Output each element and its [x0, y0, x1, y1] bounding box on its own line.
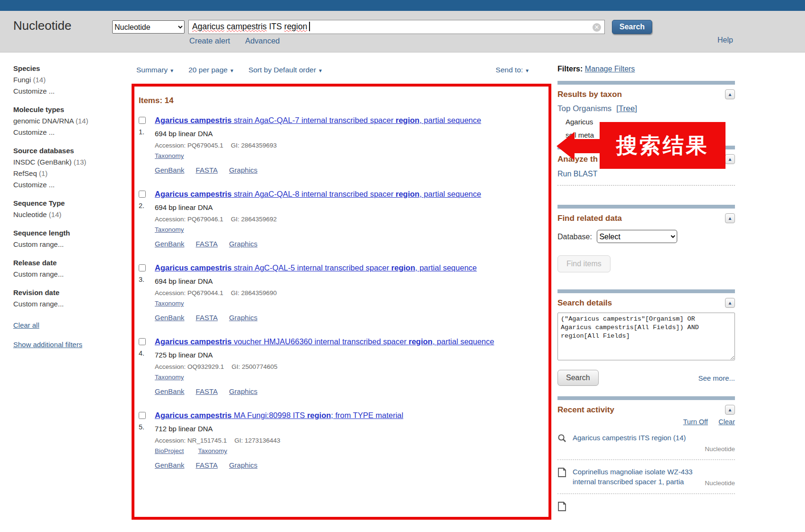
- show-additional-filters-link[interactable]: Show additional filters: [13, 340, 124, 349]
- collapse-section-button[interactable]: ▲: [725, 213, 735, 223]
- fasta-link[interactable]: FASTA: [196, 166, 218, 174]
- chevron-down-icon: ▼: [230, 68, 234, 73]
- dotted-divider: [557, 493, 735, 494]
- result-sequence-info: 694 bp linear DNA: [155, 130, 544, 138]
- send-to-menu[interactable]: Send to:▼: [495, 66, 530, 74]
- filter-link[interactable]: INSDC (GenBank) (13): [13, 157, 124, 168]
- accession: Accession: PQ679044.1: [155, 289, 223, 297]
- fasta-link[interactable]: FASTA: [196, 387, 218, 395]
- taxonomy-link[interactable]: Taxonomy: [155, 300, 184, 307]
- recent-activity-link[interactable]: [573, 501, 607, 522]
- search-details-header: Search details ▲: [557, 298, 735, 308]
- section-title: Find related data: [557, 214, 622, 223]
- result-related-links: Taxonomy: [155, 299, 544, 307]
- display-format-menu[interactable]: Summary▼: [136, 66, 174, 74]
- filter-customize-link[interactable]: Customize ...: [13, 179, 124, 191]
- genbank-link[interactable]: GenBank: [155, 240, 185, 248]
- graphics-link[interactable]: Graphics: [229, 314, 257, 322]
- tree-link[interactable]: [Tree]: [616, 104, 637, 113]
- result-title-link[interactable]: Agaricus campestris strain AgaC-QAL-7 in…: [155, 115, 481, 125]
- create-alert-link[interactable]: Create alert: [189, 36, 230, 45]
- advanced-link[interactable]: Advanced: [245, 36, 280, 45]
- manage-filters-link[interactable]: Manage Filters: [585, 65, 635, 73]
- filter-custom-range-link[interactable]: Custom range...: [13, 269, 124, 280]
- find-items-button[interactable]: Find items: [557, 255, 610, 272]
- find-related-data-header: Find related data ▲: [557, 213, 735, 223]
- graphics-link[interactable]: Graphics: [229, 240, 257, 248]
- search-term-word: Agaricus: [192, 22, 224, 31]
- result-checkbox[interactable]: [139, 264, 146, 271]
- result-checkbox[interactable]: [139, 412, 146, 419]
- ncbi-nucleotide-results-page: Nucleotide Nucleotide Agaricus campestri…: [0, 0, 805, 532]
- per-page-menu[interactable]: 20 per page▼: [188, 66, 234, 74]
- result-body: Agaricus campestris strain AgC-QAL-5 int…: [155, 262, 544, 322]
- bioproject-link[interactable]: BioProject: [155, 447, 184, 454]
- result-title-link[interactable]: Agaricus campestris MA Fungi:80998 ITS r…: [155, 410, 403, 420]
- help-link[interactable]: Help: [717, 36, 733, 44]
- filter-custom-range-link[interactable]: Custom range...: [13, 239, 124, 250]
- result-body: Agaricus campestris MA Fungi:80998 ITS r…: [155, 410, 544, 470]
- taxonomy-link[interactable]: Taxonomy: [155, 374, 184, 381]
- results-column: Summary▼ 20 per page▼ Sort by Default or…: [132, 64, 551, 520]
- filter-count: (14): [49, 210, 62, 218]
- turn-off-link[interactable]: Turn Off: [683, 418, 708, 426]
- graphics-link[interactable]: Graphics: [229, 387, 257, 395]
- chevron-down-icon: ▼: [525, 68, 530, 73]
- genbank-link[interactable]: GenBank: [155, 166, 185, 174]
- run-blast-link[interactable]: Run BLAST: [557, 170, 597, 178]
- graphics-link[interactable]: Graphics: [229, 461, 257, 469]
- filter-link[interactable]: genomic DNA/RNA (14): [13, 115, 124, 127]
- search-details-footer: Search See more...: [557, 370, 735, 386]
- genbank-link[interactable]: GenBank: [155, 314, 185, 322]
- result-checkbox[interactable]: [139, 191, 146, 198]
- result-title-link[interactable]: Agaricus campestris strain AgaC-QAL-8 in…: [155, 189, 481, 199]
- database-select[interactable]: Nucleotide: [112, 20, 185, 34]
- taxonomy-link[interactable]: Taxonomy: [155, 226, 184, 233]
- genbank-link[interactable]: GenBank: [155, 387, 185, 395]
- section-title: Recent activity: [557, 405, 614, 415]
- search-input[interactable]: Agaricus campestris ITS region ✕: [188, 20, 605, 34]
- collapse-section-button[interactable]: ▲: [725, 154, 735, 164]
- recent-activity-link[interactable]: Agaricus campestris ITS region (14): [573, 433, 720, 454]
- result-title-link[interactable]: Agaricus campestris strain AgC-QAL-5 int…: [155, 262, 477, 273]
- collapse-section-button[interactable]: ▲: [725, 89, 735, 99]
- accession: Accession: PQ679045.1: [155, 142, 223, 149]
- collapse-section-button[interactable]: ▲: [725, 405, 735, 415]
- filter-count: (14): [76, 117, 88, 125]
- fasta-link[interactable]: FASTA: [196, 461, 218, 469]
- fasta-link[interactable]: FASTA: [196, 314, 218, 322]
- see-more-link[interactable]: See more...: [698, 374, 735, 382]
- dotted-divider: [557, 185, 735, 186]
- result-checkbox[interactable]: [139, 338, 146, 345]
- clear-search-icon[interactable]: ✕: [593, 23, 601, 32]
- section-title: Results by taxon: [557, 90, 622, 99]
- clear-all-link[interactable]: Clear all: [13, 321, 124, 329]
- taxonomy-link[interactable]: Taxonomy: [155, 152, 184, 159]
- sort-menu[interactable]: Sort by Default order▼: [248, 66, 323, 74]
- result-title-link[interactable]: Agaricus campestris voucher HMJAU66360 i…: [155, 336, 494, 347]
- filter-link[interactable]: RefSeq (1): [13, 168, 124, 179]
- chevron-down-icon: ▼: [318, 68, 323, 73]
- page-title: Nucleotide: [13, 18, 71, 33]
- related-database-select[interactable]: Select: [597, 230, 677, 243]
- graphics-link[interactable]: Graphics: [229, 166, 257, 174]
- collapse-section-button[interactable]: ▲: [725, 298, 735, 308]
- genbank-link[interactable]: GenBank: [155, 461, 185, 469]
- search-details-textarea[interactable]: ("Agaricus campestris"[Organism] OR Agar…: [557, 313, 735, 360]
- fasta-link[interactable]: FASTA: [196, 240, 218, 248]
- filter-customize-link[interactable]: Customize ...: [13, 86, 124, 97]
- filter-link[interactable]: Fungi (14): [13, 74, 124, 86]
- filter-custom-range-link[interactable]: Custom range...: [13, 298, 124, 310]
- gi-number: GI: 2864359690: [231, 289, 277, 297]
- result-format-links: GenBankFASTAGraphics: [155, 166, 544, 174]
- search-button[interactable]: Search: [612, 20, 652, 34]
- gi-number: GI: 1273136443: [234, 437, 280, 444]
- filter-group-species: Species Fungi (14) Customize ...: [13, 63, 124, 97]
- search-details-search-button[interactable]: Search: [557, 370, 599, 386]
- result-checkbox[interactable]: [139, 117, 146, 124]
- filter-group-title: Molecule types: [13, 104, 124, 115]
- filter-link[interactable]: Nucleotide (14): [13, 209, 124, 220]
- filter-customize-link[interactable]: Customize ...: [13, 127, 124, 138]
- clear-link[interactable]: Clear: [718, 418, 735, 426]
- taxonomy-link[interactable]: Taxonomy: [198, 447, 228, 454]
